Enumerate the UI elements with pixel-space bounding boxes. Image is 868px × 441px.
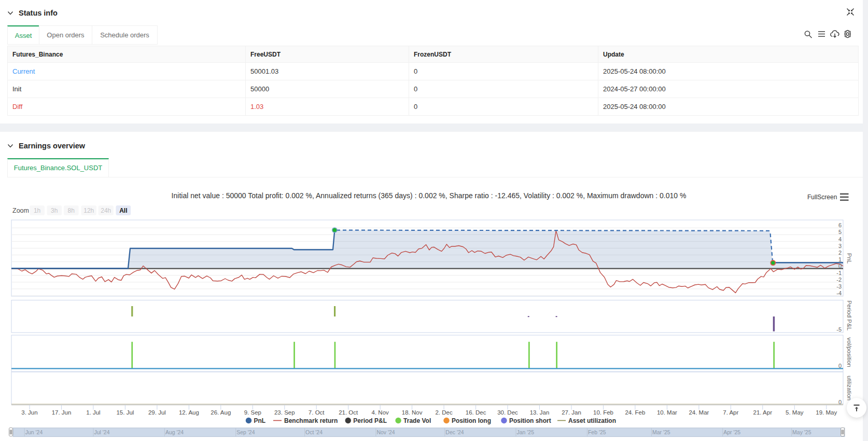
- svg-text:Sep '24: Sep '24: [236, 429, 255, 435]
- svg-text:4: 4: [838, 236, 842, 242]
- svg-text:12. Aug: 12. Aug: [179, 409, 199, 416]
- svg-text:Dec '24: Dec '24: [445, 429, 464, 435]
- svg-text:-2: -2: [836, 277, 842, 283]
- svg-text:26. Aug: 26. Aug: [211, 409, 231, 416]
- svg-text:Period P&L: Period P&L: [846, 300, 852, 331]
- svg-text:13. Jan: 13. Jan: [530, 409, 550, 416]
- svg-text:24h: 24h: [101, 207, 111, 214]
- svg-text:All: All: [119, 207, 127, 214]
- svg-text:10. Mar: 10. Mar: [657, 409, 677, 416]
- svg-text:-1: -1: [836, 270, 842, 276]
- svg-text:Jul '24: Jul '24: [94, 429, 110, 435]
- svg-text:Oct '24: Oct '24: [305, 429, 323, 435]
- svg-text:29. Jul: 29. Jul: [148, 409, 166, 416]
- svg-text:3h: 3h: [51, 207, 58, 214]
- svg-text:0: 0: [838, 263, 842, 269]
- svg-text:16. Dec: 16. Dec: [466, 409, 486, 416]
- svg-text:May '25: May '25: [792, 429, 811, 435]
- svg-text:0: 0: [838, 363, 842, 369]
- svg-text:30. Dec: 30. Dec: [497, 409, 518, 416]
- svg-text:vol/position: vol/position: [846, 337, 852, 367]
- svg-text:Asset utilization: Asset utilization: [568, 417, 616, 424]
- svg-text:10. Feb: 10. Feb: [593, 409, 613, 416]
- svg-text:utilization: utilization: [846, 376, 852, 401]
- svg-text:Jan '25: Jan '25: [517, 429, 535, 435]
- svg-text:2: 2: [838, 250, 842, 256]
- svg-text:3: 3: [838, 243, 842, 249]
- svg-text:18. Nov: 18. Nov: [402, 409, 423, 416]
- svg-text:Benchmark return: Benchmark return: [284, 417, 338, 424]
- svg-text:7. Apr: 7. Apr: [723, 409, 738, 416]
- svg-text:17. Jun: 17. Jun: [52, 409, 72, 416]
- svg-text:-4: -4: [836, 290, 842, 296]
- svg-text:23. Sep: 23. Sep: [274, 409, 295, 416]
- svg-text:Trade Vol: Trade Vol: [403, 417, 431, 424]
- svg-text:PnL: PnL: [846, 253, 852, 264]
- svg-text:5: 5: [838, 229, 842, 235]
- svg-text:4. Nov: 4. Nov: [372, 409, 389, 416]
- svg-text:19. May: 19. May: [816, 409, 837, 416]
- svg-text:Jun '24: Jun '24: [25, 429, 43, 435]
- svg-text:Position short: Position short: [509, 417, 551, 424]
- svg-text:21. Oct: 21. Oct: [339, 409, 358, 416]
- svg-text:24. Feb: 24. Feb: [625, 409, 645, 416]
- svg-text:-3: -3: [836, 283, 842, 290]
- svg-text:1: 1: [838, 256, 842, 263]
- svg-text:Aug '24: Aug '24: [165, 429, 184, 435]
- svg-text:Apr '25: Apr '25: [723, 429, 740, 435]
- svg-text:0: 0: [838, 399, 842, 405]
- svg-text:-5: -5: [836, 326, 842, 333]
- svg-text:9. Sep: 9. Sep: [244, 409, 261, 416]
- svg-text:FullScreen: FullScreen: [807, 194, 837, 201]
- svg-text:6: 6: [838, 222, 842, 228]
- svg-text:Feb '25: Feb '25: [588, 429, 606, 435]
- svg-text:PnL: PnL: [254, 417, 266, 424]
- svg-text:15. Jul: 15. Jul: [116, 409, 134, 416]
- svg-text:Initial net value : 50000 Tota: Initial net value : 50000 Total profit: …: [172, 191, 687, 200]
- svg-text:12h: 12h: [83, 207, 94, 214]
- svg-text:Zoom: Zoom: [12, 207, 29, 214]
- svg-text:Mar '25: Mar '25: [652, 429, 670, 435]
- svg-text:3. Jun: 3. Jun: [21, 409, 37, 416]
- svg-text:24. Mar: 24. Mar: [689, 409, 709, 416]
- svg-text:27. Jan: 27. Jan: [562, 409, 581, 416]
- svg-text:1. Jul: 1. Jul: [86, 409, 101, 416]
- svg-text:1h: 1h: [34, 207, 40, 214]
- svg-text:Nov '24: Nov '24: [376, 429, 395, 435]
- svg-text:Period P&L: Period P&L: [353, 417, 387, 424]
- svg-text:2. Dec: 2. Dec: [435, 409, 452, 416]
- svg-text:8h: 8h: [68, 207, 75, 214]
- svg-text:5. May: 5. May: [786, 409, 804, 416]
- svg-text:21. Apr: 21. Apr: [753, 409, 773, 416]
- svg-text:7. Oct: 7. Oct: [309, 409, 325, 416]
- svg-text:Position long: Position long: [452, 417, 491, 424]
